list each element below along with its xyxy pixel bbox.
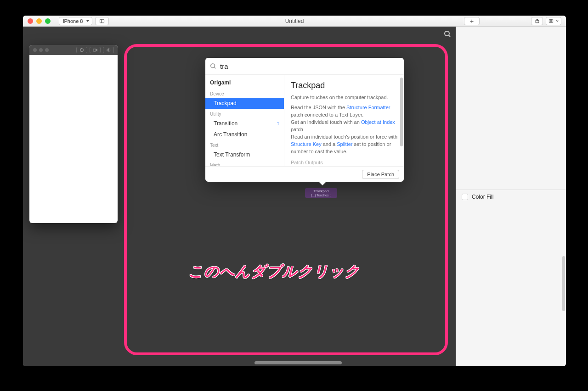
detail-paragraph: Read the JSON with the Structure Formatt…: [291, 104, 397, 156]
horizontal-scrollbar[interactable]: [254, 361, 342, 364]
view-mode-button[interactable]: [546, 17, 561, 25]
viewer-restart-button[interactable]: [76, 47, 87, 53]
add-button[interactable]: +: [464, 17, 480, 25]
device-select-label: iPhone 8: [63, 18, 83, 24]
link-structure-key[interactable]: Structure Key: [291, 141, 322, 147]
patch-list: Origami Device Trackpad Utility Transiti…: [205, 75, 284, 166]
body: このへんダブルクリック Trackpad {...} Touches Origa…: [23, 27, 566, 366]
device-select[interactable]: iPhone 8: [59, 17, 92, 25]
share-button[interactable]: [531, 17, 543, 25]
patch-detail: Trackpad Capture touches on the computer…: [284, 75, 404, 166]
outputs-label: Patch Outputs: [291, 159, 397, 166]
viewer-settings-button[interactable]: [103, 47, 114, 53]
viewer-window: [29, 45, 118, 223]
toolbar: iPhone 8 Untitled +: [23, 16, 566, 27]
patch-group-label: Math: [205, 160, 284, 166]
patch-group-label: Device: [205, 89, 284, 98]
minimize-icon[interactable]: [36, 18, 42, 24]
svg-line-10: [215, 67, 216, 69]
patch-list-header: Origami: [205, 77, 284, 89]
viewer-dot-icon: [39, 48, 43, 52]
annotation-text: このへんダブルクリック: [188, 262, 360, 282]
viewer-dot-icon: [45, 48, 49, 52]
canvas-search-icon[interactable]: [444, 30, 451, 38]
color-swatch-icon[interactable]: [462, 194, 468, 200]
link-splitter[interactable]: Splitter: [337, 141, 352, 147]
canvas[interactable]: このへんダブルクリック Trackpad {...} Touches Origa…: [23, 27, 456, 366]
patch-item-trackpad[interactable]: Trackpad: [205, 98, 284, 109]
detail-title: Trackpad: [291, 79, 397, 91]
scrollbar[interactable]: [400, 78, 403, 146]
patch-node-title: Trackpad: [307, 189, 335, 193]
shortcut-badge: T: [277, 122, 279, 126]
svg-line-6: [449, 35, 450, 37]
link-structure-formatter[interactable]: Structure Formatter: [346, 105, 390, 110]
patch-item-transition[interactable]: Transition T: [205, 118, 284, 129]
svg-point-8: [107, 49, 109, 50]
patch-group-label: Utility: [205, 109, 284, 118]
svg-rect-4: [551, 19, 553, 22]
search-icon: [210, 63, 216, 69]
svg-rect-3: [549, 19, 550, 22]
patch-library-popover: Origami Device Trackpad Utility Transiti…: [205, 58, 404, 182]
place-patch-button[interactable]: Place Patch: [362, 170, 399, 179]
svg-rect-0: [100, 19, 104, 23]
patch-item-text-transform[interactable]: Text Transform: [205, 149, 284, 160]
patch-search: [205, 58, 404, 74]
inspector-scrollbar[interactable]: [562, 256, 565, 311]
patch-item-arc-transition[interactable]: Arc Transition: [205, 129, 284, 140]
inspector-label: Color Fill: [472, 194, 493, 200]
inspector-color-fill[interactable]: Color Fill: [456, 190, 566, 204]
viewer-toolbar: [29, 45, 118, 55]
app-window: iPhone 8 Untitled +: [23, 16, 566, 366]
viewer-camera-button[interactable]: [90, 47, 101, 53]
close-icon[interactable]: [28, 18, 33, 24]
svg-rect-7: [93, 49, 96, 51]
patch-group-label: Text: [205, 140, 284, 149]
sidebar-toggle-button[interactable]: [95, 17, 109, 25]
detail-summary: Capture touches on the computer trackpad…: [291, 94, 397, 101]
patch-node-trackpad[interactable]: Trackpad {...} Touches: [305, 188, 337, 198]
patch-node-output: {...} Touches: [307, 194, 335, 197]
maximize-icon[interactable]: [45, 18, 51, 24]
traffic-lights: [28, 18, 51, 24]
svg-point-9: [211, 64, 215, 68]
inspector-panel: Color Fill: [456, 27, 566, 366]
svg-point-5: [445, 31, 449, 36]
search-input[interactable]: [220, 62, 399, 70]
link-object-at-index[interactable]: Object at Index: [361, 119, 395, 125]
popover-footer: Place Patch: [205, 166, 404, 182]
viewer-dot-icon: [33, 48, 37, 52]
